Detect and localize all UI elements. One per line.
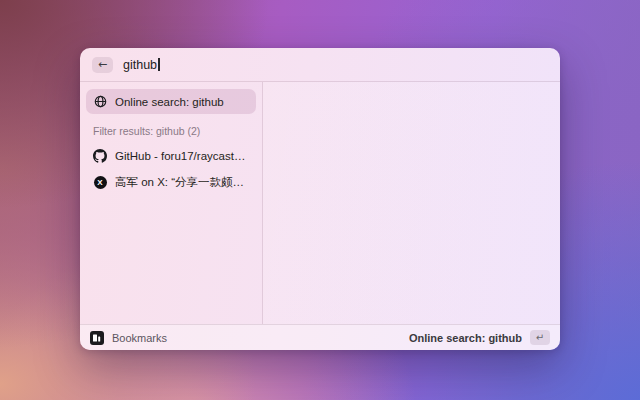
bookmarks-app-icon [90,331,104,345]
search-input[interactable]: github [123,58,160,72]
list-item-x-post[interactable]: X 高军 on X: “分享一款颇为实用的... [86,170,256,195]
github-icon [93,149,107,163]
x-icon: X [93,176,107,190]
content-area: Online search: github Filter results: gi… [80,82,560,324]
globe-icon [93,95,107,109]
list-item-label: Online search: github [115,96,224,108]
search-bar: ← github [80,48,560,82]
list-item-online-search[interactable]: Online search: github [86,89,256,114]
extension-info: Bookmarks [90,331,167,345]
list-item-label: 高军 on X: “分享一款颇为实用的... [115,175,249,190]
results-list: Online search: github Filter results: gi… [80,82,263,324]
launcher-window: ← github Online search: github [80,48,560,350]
primary-action-label: Online search: github [409,332,522,344]
text-caret [158,58,160,71]
list-item-github[interactable]: GitHub - foru17/raycast-hoarder... [86,143,256,168]
primary-action[interactable]: Online search: github ↵ [409,330,550,345]
list-item-label: GitHub - foru17/raycast-hoarder... [115,150,249,162]
extension-name: Bookmarks [112,332,167,344]
enter-key-icon: ↵ [530,330,550,345]
back-button[interactable]: ← [92,57,113,73]
back-arrow-icon: ← [98,57,107,73]
detail-pane [263,82,560,324]
status-bar: Bookmarks Online search: github ↵ [80,324,560,350]
section-header: Filter results: github (2) [86,125,256,137]
search-query-text: github [123,58,157,72]
